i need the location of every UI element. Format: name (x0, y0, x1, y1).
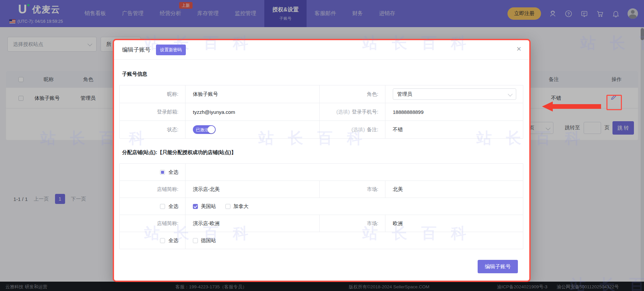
shop-allocation-table: 全选 店铺简称: 演示店-北美 市场: 北美 全选 美国站 (119, 163, 523, 249)
shop2-select-all-cell: 全选 (120, 232, 185, 249)
shop2-sites: 德国站 (185, 232, 523, 249)
email-label: 登录邮箱: (120, 103, 185, 121)
edit-subaccount-dialog: 编辑子账号 设置新密码 × 子账号信息 昵称: 体验子账号 角色: 管理员 登录… (113, 39, 531, 282)
nickname-label: 昵称: (120, 85, 185, 103)
remark-value[interactable]: 不错 (385, 121, 523, 138)
chevron-down-icon (508, 92, 513, 96)
empty-cell (185, 164, 523, 180)
row-shop1-sites: 全选 美国站 加拿大 (120, 198, 523, 215)
row-shop2-sites: 全选 德国站 (120, 232, 523, 249)
unchecked-checkbox[interactable] (160, 238, 165, 243)
row-shop1-info: 店铺简称: 演示店-北美 市场: 北美 (120, 181, 523, 198)
status-cell: 已激活 (185, 121, 320, 138)
checked-checkbox[interactable] (193, 204, 198, 209)
email-value[interactable]: tyzzh@iyunya.com (185, 103, 320, 121)
phone-label: (选填)登录手机号: (320, 103, 385, 121)
account-info-table: 昵称: 体验子账号 角色: 管理员 登录邮箱: tyzzh@iyunya.com… (119, 85, 523, 139)
dialog-header: 编辑子账号 设置新密码 × (114, 40, 529, 60)
row-email-phone: 登录邮箱: tyzzh@iyunya.com (选填)登录手机号: 188888… (120, 103, 523, 121)
site-canada[interactable]: 加拿大 (225, 203, 249, 210)
unchecked-checkbox[interactable] (225, 204, 230, 209)
account-info-section-title: 子账号信息 (122, 71, 147, 77)
unchecked-checkbox[interactable] (193, 238, 198, 243)
shop1-name-value: 演示店-北美 (185, 181, 320, 198)
dialog-title: 编辑子账号 (122, 46, 151, 54)
toggle-knob (208, 126, 215, 133)
role-cell: 管理员 (385, 85, 523, 103)
shop2-name-label: 店铺简称: (120, 215, 185, 232)
global-select-all[interactable]: 全选 (160, 169, 178, 175)
indeterminate-checkbox[interactable] (160, 170, 165, 175)
shop1-select-all-cell: 全选 (120, 198, 185, 215)
nickname-value[interactable]: 体验子账号 (185, 85, 320, 103)
phone-value[interactable]: 18888888899 (385, 103, 523, 121)
remark-label: (选填)备注: (320, 121, 385, 138)
row-status-remark: 状态: 已激活 (选填)备注: 不错 (120, 121, 523, 138)
set-password-button[interactable]: 设置新密码 (156, 45, 186, 55)
shop1-select-all[interactable]: 全选 (160, 203, 178, 210)
status-toggle[interactable]: 已激活 (193, 125, 216, 134)
row-shop2-info: 店铺简称: 演示店-欧洲 市场: 欧洲 (120, 215, 523, 232)
shop1-market-value: 北美 (385, 181, 523, 198)
role-select[interactable]: 管理员 (393, 88, 516, 100)
role-label: 角色: (320, 85, 385, 103)
shop1-market-label: 市场: (320, 181, 385, 198)
shop2-select-all[interactable]: 全选 (160, 237, 178, 244)
shop2-market-value: 欧洲 (385, 215, 523, 232)
shop1-sites: 美国站 加拿大 (185, 198, 523, 215)
close-icon[interactable]: × (517, 45, 521, 53)
submit-edit-subaccount-button[interactable]: 编辑子账号 (478, 260, 518, 273)
shop2-market-label: 市场: (320, 215, 385, 232)
site-germany[interactable]: 德国站 (193, 237, 216, 244)
unchecked-checkbox[interactable] (160, 204, 165, 209)
status-label: 状态: (120, 121, 185, 138)
row-nickname-role: 昵称: 体验子账号 角色: 管理员 (120, 85, 523, 103)
site-us[interactable]: 美国站 (193, 203, 216, 210)
shop1-name-label: 店铺简称: (120, 181, 185, 198)
row-select-all-global: 全选 (120, 164, 523, 181)
shop2-name-value: 演示店-欧洲 (185, 215, 320, 232)
global-select-all-cell: 全选 (120, 164, 185, 180)
shop-section-title: 分配店铺(站点):【只能分配授权成功的店铺(站点)】 (122, 149, 236, 156)
